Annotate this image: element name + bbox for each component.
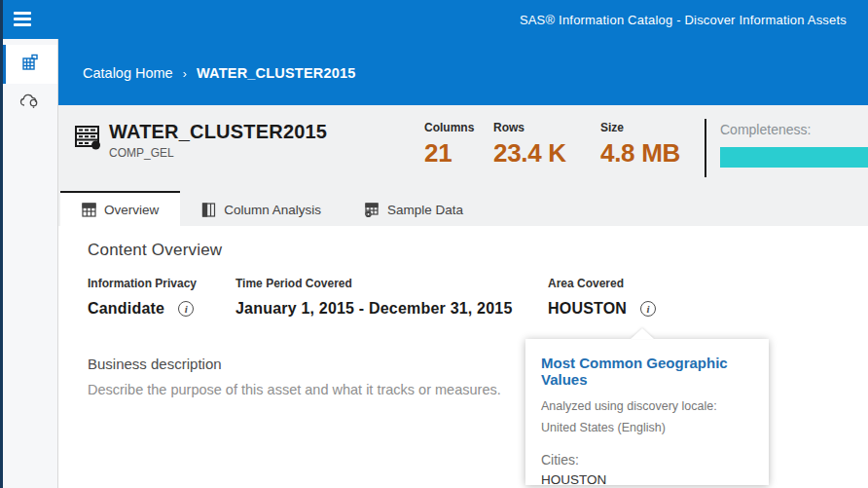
stat-rows-value: 23.4 K (493, 138, 566, 169)
tooltip-title: Most Common Geographic Values (541, 355, 753, 388)
asset-header-band: WATER_CLUSTER2015 COMP_GEL Columns 21 Ro… (58, 105, 868, 191)
discovery-cloud-icon (19, 92, 41, 115)
columns-icon (201, 203, 216, 217)
area-covered-label: Area Covered (548, 277, 656, 290)
table-data-icon (364, 203, 380, 217)
data-table-icon (73, 123, 102, 156)
stat-size-label: Size (600, 121, 680, 134)
stat-columns-label: Columns (424, 121, 474, 134)
window-edge-strip (0, 0, 3, 488)
stat-size: Size 4.8 MB (600, 121, 680, 169)
tab-overview-label: Overview (104, 203, 159, 217)
tab-overview[interactable]: Overview (60, 191, 180, 226)
catalog-icon (20, 53, 40, 76)
sidebar-item-catalog[interactable] (3, 45, 57, 84)
field-area-covered: Area Covered HOUSTON i (548, 277, 656, 318)
stat-columns-value: 21 (424, 138, 474, 169)
tab-column-analysis-label: Column Analysis (224, 203, 321, 217)
geographic-values-tooltip: Most Common Geographic Values Analyzed u… (525, 339, 769, 485)
area-covered-info-icon[interactable]: i (640, 301, 656, 317)
business-description-section: Business description Describe the purpos… (88, 356, 501, 397)
field-information-privacy: Information Privacy Candidate i (88, 277, 197, 318)
stats-divider (705, 119, 706, 177)
asset-tab-bar: Overview Column Analysis (58, 191, 868, 226)
field-time-period: Time Period Covered January 1, 2015 - De… (235, 277, 513, 318)
tooltip-cities-label: Cities: (541, 452, 753, 468)
breadcrumb-catalog-home[interactable]: Catalog Home (83, 65, 173, 81)
area-covered-value: HOUSTON (548, 300, 627, 318)
breadcrumb: Catalog Home › WATER_CLUSTER2015 (83, 65, 356, 81)
completeness-label: Completeness: (720, 122, 811, 137)
tooltip-locale-value: United States (English) (541, 421, 753, 434)
business-description-input[interactable]: Describe the purpose of this asset and w… (88, 382, 501, 397)
information-privacy-info-icon[interactable]: i (178, 301, 194, 317)
stat-rows: Rows 23.4 K (493, 121, 566, 169)
left-nav-sidebar (3, 39, 58, 488)
hamburger-menu-icon[interactable] (14, 12, 33, 27)
application-top-bar: SAS® Information Catalog - Discover Info… (0, 0, 868, 39)
information-privacy-value: Candidate (88, 300, 164, 318)
tab-sample-data[interactable]: Sample Data (343, 191, 485, 226)
information-privacy-label: Information Privacy (88, 277, 197, 290)
time-period-value: January 1, 2015 - December 31, 2015 (235, 300, 513, 318)
tooltip-cities-value: HOUSTON (541, 472, 753, 487)
breadcrumb-current-asset: WATER_CLUSTER2015 (197, 65, 355, 81)
content-overview-heading: Content Overview (88, 241, 222, 260)
tab-column-analysis[interactable]: Column Analysis (180, 191, 343, 226)
breadcrumb-separator-icon: › (183, 66, 187, 81)
business-description-label: Business description (88, 356, 501, 372)
completeness-bar (720, 147, 868, 168)
application-title: SAS® Information Catalog - Discover Info… (520, 13, 847, 27)
asset-library-name: COMP_GEL (109, 146, 174, 160)
time-period-label: Time Period Covered (235, 277, 513, 290)
tab-sample-data-label: Sample Data (387, 203, 463, 217)
stat-rows-label: Rows (493, 121, 566, 134)
sidebar-item-discovery[interactable] (3, 84, 57, 123)
tooltip-locale-caption: Analyzed using discovery locale: (541, 399, 753, 413)
stat-columns: Columns 21 (424, 121, 474, 169)
stat-size-value: 4.8 MB (600, 138, 680, 169)
grid-icon (82, 203, 96, 217)
sas-information-catalog-page: SAS® Information Catalog - Discover Info… (0, 0, 868, 488)
asset-title: WATER_CLUSTER2015 (109, 121, 327, 143)
